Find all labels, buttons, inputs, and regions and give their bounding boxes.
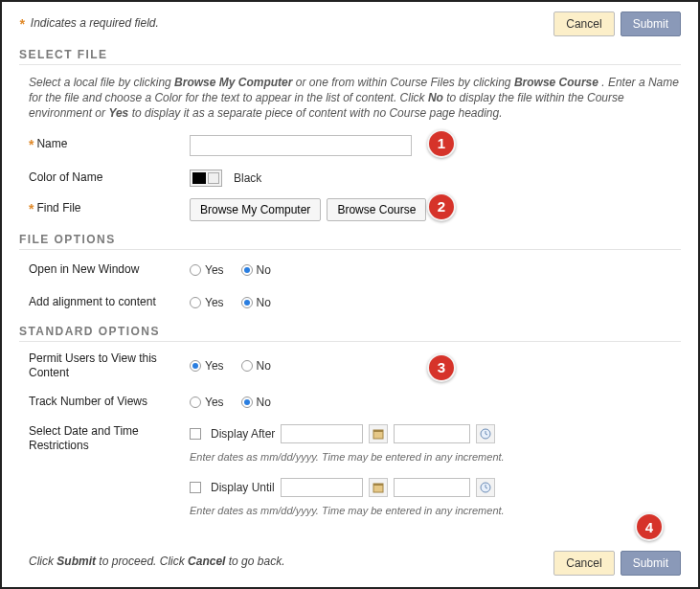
radio-icon [241, 297, 253, 308]
annotation-badge-3: 3 [427, 353, 456, 382]
browse-course-button[interactable]: Browse Course [327, 198, 426, 221]
required-note-text: Indicates a required field. [31, 16, 159, 30]
track-views-no[interactable]: No [241, 396, 271, 409]
calendar-icon[interactable] [369, 424, 388, 443]
date-hint: Enter dates as mm/dd/yyyy. Time may be e… [190, 451, 505, 463]
browse-my-computer-button[interactable]: Browse My Computer [190, 198, 321, 221]
submit-button[interactable]: Submit [621, 551, 681, 576]
permit-view-label: Permit Users to View this Content [29, 351, 190, 380]
calendar-icon[interactable] [369, 478, 388, 497]
clock-icon[interactable] [476, 424, 495, 443]
select-file-instructions: Select a local file by clicking Browse M… [29, 75, 681, 122]
name-input[interactable] [190, 135, 412, 156]
display-until-checkbox[interactable] [190, 482, 201, 493]
add-alignment-no[interactable]: No [241, 296, 271, 309]
color-value: Black [234, 171, 261, 185]
display-until-time-input[interactable] [394, 478, 470, 497]
radio-icon [190, 360, 201, 372]
find-file-label: Find File [36, 201, 80, 215]
track-views-yes[interactable]: Yes [190, 396, 224, 409]
display-after-checkbox[interactable] [190, 428, 201, 440]
color-swatch-icon [192, 172, 206, 184]
permit-view-yes[interactable]: Yes [190, 359, 224, 373]
clock-icon[interactable] [476, 478, 495, 497]
annotation-badge-4: 4 [635, 512, 664, 541]
permit-view-no[interactable]: No [241, 359, 271, 373]
required-star-icon: * [19, 16, 24, 32]
display-until-date-input[interactable] [281, 478, 363, 497]
svg-rect-6 [373, 484, 383, 486]
display-after-date-input[interactable] [281, 424, 363, 443]
date-restrictions-label: Select Date and Time Restrictions [29, 424, 190, 453]
radio-icon [241, 264, 253, 276]
required-star-icon: * [29, 137, 34, 154]
top-button-group: Cancel Submit [553, 11, 681, 36]
svg-rect-1 [373, 430, 383, 432]
radio-icon [190, 396, 201, 408]
date-hint: Enter dates as mm/dd/yyyy. Time may be e… [190, 505, 505, 516]
color-dropdown-icon [208, 172, 219, 184]
radio-icon [190, 297, 201, 308]
radio-icon [190, 264, 201, 276]
required-star-icon: * [29, 201, 34, 218]
bottom-button-group: Cancel Submit [553, 551, 681, 576]
track-views-label: Track Number of Views [29, 395, 147, 409]
cancel-button[interactable]: Cancel [553, 11, 614, 36]
radio-icon [241, 360, 253, 372]
submit-button[interactable]: Submit [621, 11, 681, 36]
section-select-file: SELECT FILE [19, 48, 681, 65]
required-note: * Indicates a required field. [19, 16, 159, 32]
open-new-window-no[interactable]: No [241, 263, 271, 277]
annotation-badge-1: 1 [427, 129, 456, 158]
display-until-label: Display Until [211, 481, 275, 494]
color-picker[interactable] [190, 170, 222, 187]
name-label: Name [36, 137, 67, 151]
open-new-window-yes[interactable]: Yes [190, 263, 224, 277]
display-after-label: Display After [211, 427, 275, 441]
section-file-options: FILE OPTIONS [19, 233, 681, 250]
annotation-badge-2: 2 [427, 193, 456, 221]
open-new-window-label: Open in New Window [29, 262, 139, 277]
add-alignment-label: Add alignment to content [29, 295, 156, 309]
radio-icon [241, 396, 253, 408]
display-after-time-input[interactable] [394, 424, 470, 443]
cancel-button[interactable]: Cancel [553, 551, 614, 576]
color-label: Color of Name [29, 170, 102, 185]
add-alignment-yes[interactable]: Yes [190, 296, 224, 309]
section-standard-options: STANDARD OPTIONS [19, 325, 681, 342]
